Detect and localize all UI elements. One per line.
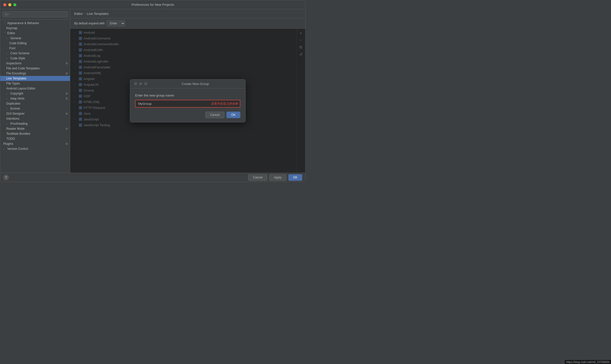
chevron-icon: ›: [6, 57, 9, 60]
sidebar-item-copyright[interactable]: › Copyright ⚙: [0, 91, 70, 96]
maximize-button[interactable]: [13, 3, 16, 6]
sidebar-tree: › Appearance & Behavior Keymap › Editor …: [0, 20, 70, 173]
dialog-buttons: Cancel OK: [135, 112, 240, 118]
sidebar-item-inlay-hints[interactable]: › Inlay Hints ⚙: [0, 96, 70, 101]
search-box: [0, 9, 70, 20]
gear-icon: ⚙: [65, 97, 68, 100]
sidebar-item-file-code-templates[interactable]: File and Code Templates: [0, 66, 70, 71]
sidebar-item-intentions[interactable]: Intentions: [0, 116, 70, 121]
sidebar-item-inspections[interactable]: Inspections ⚙: [0, 61, 70, 66]
minimize-button[interactable]: [8, 3, 11, 6]
dialog-overlay: Create New Group Enter the new group nam…: [70, 29, 305, 173]
gear-icon: ⚙: [65, 142, 68, 146]
sidebar-item-android-layout-editor[interactable]: Android Layout Editor: [0, 86, 70, 91]
sidebar-item-font[interactable]: Font: [0, 46, 70, 51]
breadcrumb-current: Live Templates: [87, 12, 108, 16]
sidebar-item-version-control[interactable]: › Version Control: [0, 146, 70, 151]
sidebar-item-file-encodings[interactable]: File Encodings ⚙: [0, 71, 70, 76]
sidebar-item-color-scheme[interactable]: › Color Scheme: [0, 51, 70, 56]
dialog-ok-button[interactable]: OK: [226, 112, 240, 118]
breadcrumb-separator: ›: [84, 12, 85, 16]
dialog-label: Enter the new group name:: [135, 94, 240, 97]
panel-toolbar: By default expand with Enter Tab Space: [70, 18, 305, 29]
title-bar: Preferences for New Projects: [0, 0, 305, 9]
chevron-icon: ›: [3, 148, 6, 150]
sidebar-item-general[interactable]: › General: [0, 36, 70, 41]
chevron-icon: ›: [6, 122, 9, 125]
sidebar-item-appearance[interactable]: › Appearance & Behavior: [0, 21, 70, 26]
sidebar-item-code-style[interactable]: › Code Style: [0, 56, 70, 61]
chevron-icon: ›: [6, 52, 9, 55]
window-title: Preferences for New Projects: [131, 3, 174, 7]
preferences-window: Preferences for New Projects › Appearanc…: [0, 0, 306, 182]
dialog-dot-3: [144, 82, 147, 85]
sidebar-item-live-templates[interactable]: Live Templates: [0, 76, 70, 81]
sidebar-item-plugins[interactable]: Plugins ⚙: [0, 141, 70, 146]
sidebar-item-keymap[interactable]: Keymap: [0, 26, 70, 31]
sidebar-item-editor[interactable]: › Editor: [0, 31, 70, 36]
chevron-icon: ›: [6, 107, 9, 110]
dialog-dot-2: [139, 82, 142, 85]
expand-label: By default expand with: [74, 22, 105, 25]
chevron-icon: ›: [6, 97, 9, 100]
sidebar-item-proofreading[interactable]: › Proofreading: [0, 121, 70, 126]
expand-dropdown[interactable]: Enter Tab Space: [107, 20, 125, 26]
dialog-cancel-button[interactable]: Cancel: [205, 112, 224, 118]
panel-main: › Android › AndroidComments › AndroidCom…: [70, 29, 305, 173]
close-button[interactable]: [3, 3, 6, 6]
sidebar-item-todo[interactable]: TODO: [0, 136, 70, 141]
window-controls: [3, 3, 16, 6]
bottom-bar: ? Cancel Apply OK: [0, 173, 305, 182]
gear-icon: ⚙: [65, 72, 68, 75]
create-group-dialog: Create New Group Enter the new group nam…: [130, 79, 246, 122]
chevron-icon: ›: [6, 37, 9, 40]
gear-icon: ⚙: [65, 112, 68, 115]
cancel-button[interactable]: Cancel: [248, 174, 267, 181]
group-name-input[interactable]: [135, 100, 240, 108]
sidebar-item-gui-designer[interactable]: GUI Designer ⚙: [0, 111, 70, 116]
dialog-title: Create New Group: [149, 82, 241, 86]
sidebar-item-reader-mode[interactable]: Reader Mode ⚙: [0, 126, 70, 131]
help-button[interactable]: ?: [3, 175, 9, 180]
gear-icon: ⚙: [65, 92, 68, 95]
sidebar-item-file-types[interactable]: File Types: [0, 81, 70, 86]
chevron-icon: ›: [4, 32, 6, 35]
sidebar-item-emmet[interactable]: › Emmet: [0, 106, 70, 111]
gear-icon: ⚙: [65, 62, 68, 65]
ok-button[interactable]: OK: [288, 174, 302, 181]
sidebar-item-code-editing[interactable]: Code Editing: [0, 41, 70, 46]
search-input[interactable]: [2, 11, 68, 17]
dialog-body: Enter the new group name: 4 这里为自定义的名称 Ca…: [130, 88, 245, 122]
breadcrumb-parent: Editor: [74, 12, 83, 16]
bottom-buttons: Cancel Apply OK: [248, 174, 302, 181]
right-panel: Editor › Live Templates By default expan…: [70, 9, 305, 173]
dialog-title-bar: Create New Group: [130, 79, 245, 88]
sidebar-item-duplicates[interactable]: Duplicates: [0, 101, 70, 106]
sidebar: › Appearance & Behavior Keymap › Editor …: [0, 9, 70, 173]
panel-header: Editor › Live Templates: [70, 9, 305, 18]
main-content: › Appearance & Behavior Keymap › Editor …: [0, 9, 305, 173]
sidebar-item-textmate-bundles[interactable]: TextMate Bundles: [0, 131, 70, 136]
apply-button[interactable]: Apply: [269, 174, 286, 181]
gear-icon: ⚙: [65, 127, 68, 130]
chevron-icon: ›: [4, 22, 6, 25]
chevron-icon: ›: [6, 92, 9, 95]
dialog-input-wrapper: 4 这里为自定义的名称: [135, 100, 240, 108]
dialog-dot-1: [134, 82, 137, 85]
